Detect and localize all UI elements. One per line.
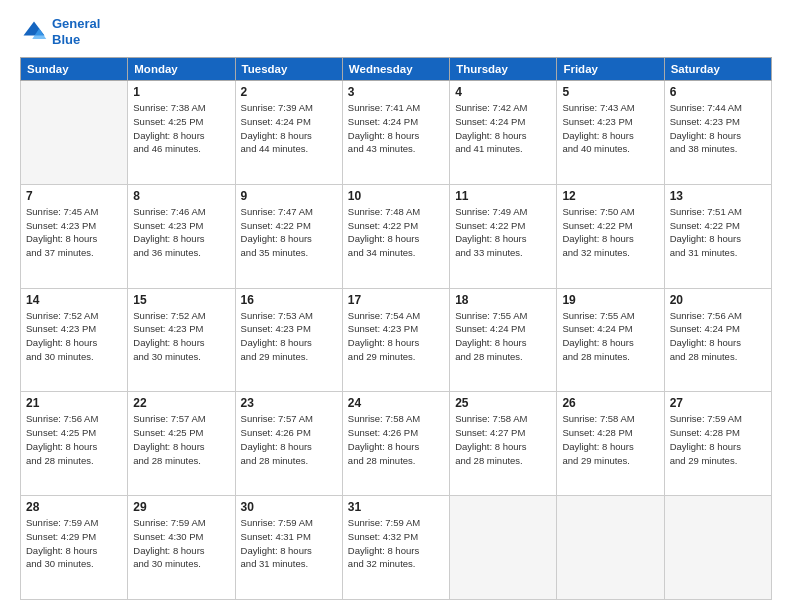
day-info: Sunrise: 7:51 AM Sunset: 4:22 PM Dayligh… [670,205,766,260]
day-cell: 12Sunrise: 7:50 AM Sunset: 4:22 PM Dayli… [557,184,664,288]
weekday-header-thursday: Thursday [450,58,557,81]
day-number: 3 [348,85,444,99]
day-number: 5 [562,85,658,99]
day-cell: 30Sunrise: 7:59 AM Sunset: 4:31 PM Dayli… [235,496,342,600]
day-cell: 5Sunrise: 7:43 AM Sunset: 4:23 PM Daylig… [557,81,664,185]
day-cell: 7Sunrise: 7:45 AM Sunset: 4:23 PM Daylig… [21,184,128,288]
day-cell: 17Sunrise: 7:54 AM Sunset: 4:23 PM Dayli… [342,288,449,392]
day-cell: 26Sunrise: 7:58 AM Sunset: 4:28 PM Dayli… [557,392,664,496]
day-number: 18 [455,293,551,307]
day-cell: 4Sunrise: 7:42 AM Sunset: 4:24 PM Daylig… [450,81,557,185]
day-number: 1 [133,85,229,99]
day-cell: 1Sunrise: 7:38 AM Sunset: 4:25 PM Daylig… [128,81,235,185]
day-info: Sunrise: 7:56 AM Sunset: 4:24 PM Dayligh… [670,309,766,364]
day-cell [557,496,664,600]
day-cell: 2Sunrise: 7:39 AM Sunset: 4:24 PM Daylig… [235,81,342,185]
day-number: 28 [26,500,122,514]
day-number: 13 [670,189,766,203]
day-info: Sunrise: 7:54 AM Sunset: 4:23 PM Dayligh… [348,309,444,364]
day-number: 31 [348,500,444,514]
day-cell: 14Sunrise: 7:52 AM Sunset: 4:23 PM Dayli… [21,288,128,392]
day-number: 17 [348,293,444,307]
day-info: Sunrise: 7:41 AM Sunset: 4:24 PM Dayligh… [348,101,444,156]
day-info: Sunrise: 7:49 AM Sunset: 4:22 PM Dayligh… [455,205,551,260]
day-info: Sunrise: 7:50 AM Sunset: 4:22 PM Dayligh… [562,205,658,260]
day-info: Sunrise: 7:59 AM Sunset: 4:32 PM Dayligh… [348,516,444,571]
day-info: Sunrise: 7:45 AM Sunset: 4:23 PM Dayligh… [26,205,122,260]
day-info: Sunrise: 7:53 AM Sunset: 4:23 PM Dayligh… [241,309,337,364]
day-number: 14 [26,293,122,307]
day-cell: 8Sunrise: 7:46 AM Sunset: 4:23 PM Daylig… [128,184,235,288]
day-info: Sunrise: 7:55 AM Sunset: 4:24 PM Dayligh… [455,309,551,364]
day-info: Sunrise: 7:59 AM Sunset: 4:31 PM Dayligh… [241,516,337,571]
day-number: 12 [562,189,658,203]
day-cell: 29Sunrise: 7:59 AM Sunset: 4:30 PM Dayli… [128,496,235,600]
logo: General Blue [20,16,100,47]
day-number: 4 [455,85,551,99]
day-cell: 21Sunrise: 7:56 AM Sunset: 4:25 PM Dayli… [21,392,128,496]
day-cell: 11Sunrise: 7:49 AM Sunset: 4:22 PM Dayli… [450,184,557,288]
day-number: 21 [26,396,122,410]
day-info: Sunrise: 7:59 AM Sunset: 4:29 PM Dayligh… [26,516,122,571]
day-info: Sunrise: 7:38 AM Sunset: 4:25 PM Dayligh… [133,101,229,156]
week-row-3: 14Sunrise: 7:52 AM Sunset: 4:23 PM Dayli… [21,288,772,392]
day-info: Sunrise: 7:39 AM Sunset: 4:24 PM Dayligh… [241,101,337,156]
day-info: Sunrise: 7:43 AM Sunset: 4:23 PM Dayligh… [562,101,658,156]
day-info: Sunrise: 7:59 AM Sunset: 4:30 PM Dayligh… [133,516,229,571]
day-number: 19 [562,293,658,307]
day-cell [21,81,128,185]
day-number: 11 [455,189,551,203]
day-cell: 19Sunrise: 7:55 AM Sunset: 4:24 PM Dayli… [557,288,664,392]
day-number: 29 [133,500,229,514]
day-info: Sunrise: 7:44 AM Sunset: 4:23 PM Dayligh… [670,101,766,156]
day-cell: 10Sunrise: 7:48 AM Sunset: 4:22 PM Dayli… [342,184,449,288]
day-cell: 15Sunrise: 7:52 AM Sunset: 4:23 PM Dayli… [128,288,235,392]
week-row-1: 1Sunrise: 7:38 AM Sunset: 4:25 PM Daylig… [21,81,772,185]
day-cell: 22Sunrise: 7:57 AM Sunset: 4:25 PM Dayli… [128,392,235,496]
day-cell: 28Sunrise: 7:59 AM Sunset: 4:29 PM Dayli… [21,496,128,600]
page: General Blue SundayMondayTuesdayWednesda… [0,0,792,612]
day-info: Sunrise: 7:59 AM Sunset: 4:28 PM Dayligh… [670,412,766,467]
day-number: 15 [133,293,229,307]
day-cell: 6Sunrise: 7:44 AM Sunset: 4:23 PM Daylig… [664,81,771,185]
day-info: Sunrise: 7:52 AM Sunset: 4:23 PM Dayligh… [133,309,229,364]
day-number: 20 [670,293,766,307]
logo-icon [20,18,48,46]
day-info: Sunrise: 7:58 AM Sunset: 4:28 PM Dayligh… [562,412,658,467]
week-row-2: 7Sunrise: 7:45 AM Sunset: 4:23 PM Daylig… [21,184,772,288]
day-number: 24 [348,396,444,410]
weekday-header-saturday: Saturday [664,58,771,81]
day-number: 23 [241,396,337,410]
day-info: Sunrise: 7:52 AM Sunset: 4:23 PM Dayligh… [26,309,122,364]
day-number: 30 [241,500,337,514]
day-cell [664,496,771,600]
day-cell: 24Sunrise: 7:58 AM Sunset: 4:26 PM Dayli… [342,392,449,496]
day-info: Sunrise: 7:46 AM Sunset: 4:23 PM Dayligh… [133,205,229,260]
day-info: Sunrise: 7:42 AM Sunset: 4:24 PM Dayligh… [455,101,551,156]
day-cell: 27Sunrise: 7:59 AM Sunset: 4:28 PM Dayli… [664,392,771,496]
calendar: SundayMondayTuesdayWednesdayThursdayFrid… [20,57,772,600]
day-info: Sunrise: 7:55 AM Sunset: 4:24 PM Dayligh… [562,309,658,364]
day-number: 9 [241,189,337,203]
day-cell: 18Sunrise: 7:55 AM Sunset: 4:24 PM Dayli… [450,288,557,392]
weekday-header-monday: Monday [128,58,235,81]
day-number: 26 [562,396,658,410]
day-number: 10 [348,189,444,203]
day-number: 6 [670,85,766,99]
logo-text: General Blue [52,16,100,47]
weekday-header-tuesday: Tuesday [235,58,342,81]
day-number: 25 [455,396,551,410]
day-cell: 3Sunrise: 7:41 AM Sunset: 4:24 PM Daylig… [342,81,449,185]
day-number: 27 [670,396,766,410]
day-info: Sunrise: 7:58 AM Sunset: 4:26 PM Dayligh… [348,412,444,467]
weekday-header-wednesday: Wednesday [342,58,449,81]
day-info: Sunrise: 7:56 AM Sunset: 4:25 PM Dayligh… [26,412,122,467]
week-row-5: 28Sunrise: 7:59 AM Sunset: 4:29 PM Dayli… [21,496,772,600]
weekday-header-sunday: Sunday [21,58,128,81]
day-number: 16 [241,293,337,307]
week-row-4: 21Sunrise: 7:56 AM Sunset: 4:25 PM Dayli… [21,392,772,496]
day-cell: 13Sunrise: 7:51 AM Sunset: 4:22 PM Dayli… [664,184,771,288]
day-number: 22 [133,396,229,410]
day-cell: 25Sunrise: 7:58 AM Sunset: 4:27 PM Dayli… [450,392,557,496]
day-cell: 31Sunrise: 7:59 AM Sunset: 4:32 PM Dayli… [342,496,449,600]
